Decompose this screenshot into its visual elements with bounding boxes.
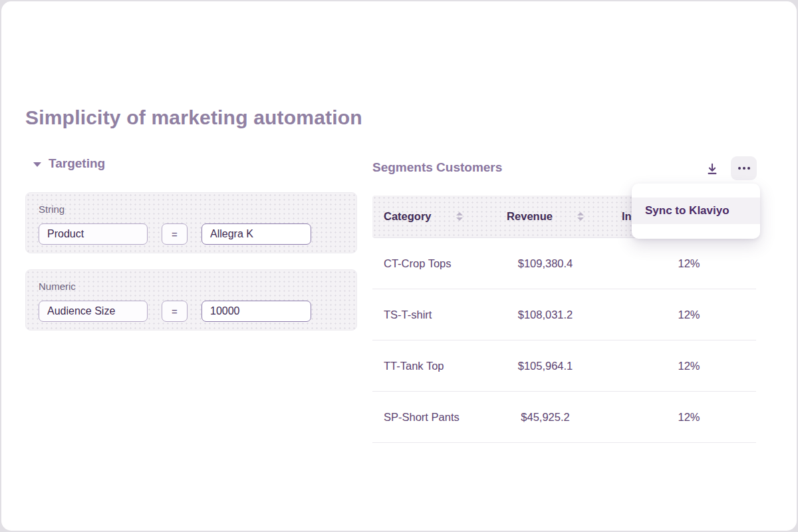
table-row: SP-Short Pants $45,925.2 12% [372, 392, 756, 443]
cell-increase: 12% [622, 257, 756, 270]
segments-heading: Segments Customers [372, 160, 502, 176]
table-row: TS-T-shirt $108,031.2 12% [372, 289, 756, 340]
download-icon [705, 162, 720, 176]
download-button[interactable] [700, 157, 724, 181]
cell-revenue: $105,964.1 [469, 360, 622, 372]
cell-category: TT-Tank Top [372, 360, 469, 372]
numeric-filter-card: Numeric Audience Size = [25, 269, 357, 331]
ellipsis-icon [738, 167, 750, 170]
cell-increase: 12% [622, 360, 756, 372]
context-menu: Sync to Klaviyo [632, 184, 760, 239]
cell-category: TS-T-shirt [372, 309, 469, 321]
chevron-down-icon [33, 162, 41, 167]
cell-category: CT-Crop Tops [372, 257, 469, 270]
cell-category: SP-Short Pants [372, 411, 469, 424]
column-header-category[interactable]: Category [372, 210, 469, 223]
string-filter-card: String Product = [25, 192, 357, 253]
menu-item-sync-to-klaviyo[interactable]: Sync to Klaviyo [632, 198, 760, 224]
field-selector[interactable]: Audience Size [39, 301, 148, 322]
sort-icon [577, 212, 584, 221]
cell-revenue: $109,380.4 [469, 257, 622, 270]
operator-button[interactable]: = [162, 301, 188, 322]
field-selector[interactable]: Product [39, 223, 148, 245]
more-options-button[interactable] [731, 156, 757, 180]
column-header-revenue[interactable]: Revenue [469, 210, 622, 223]
sort-icon [456, 212, 463, 221]
main-panel: Simplicity of marketing automation Targe… [1, 1, 797, 531]
cell-revenue: $45,925.2 [469, 411, 622, 424]
cell-revenue: $108,031.2 [469, 309, 622, 321]
filter-row: Product = [39, 223, 311, 245]
targeting-section-toggle[interactable]: Targeting [33, 156, 105, 172]
filter-value-input[interactable] [201, 301, 311, 322]
table-row: CT-Crop Tops $109,380.4 12% [372, 238, 756, 289]
page-title: Simplicity of marketing automation [25, 105, 362, 130]
filter-type-label: String [39, 203, 65, 215]
targeting-heading: Targeting [49, 156, 105, 172]
cell-increase: 12% [622, 411, 756, 424]
filter-row: Audience Size = [39, 301, 311, 322]
operator-button[interactable]: = [162, 223, 188, 245]
table-row: TT-Tank Top $105,964.1 12% [372, 340, 756, 392]
filter-type-label: Numeric [39, 281, 76, 292]
cell-increase: 12% [622, 309, 756, 321]
filter-value-input[interactable] [201, 223, 311, 245]
